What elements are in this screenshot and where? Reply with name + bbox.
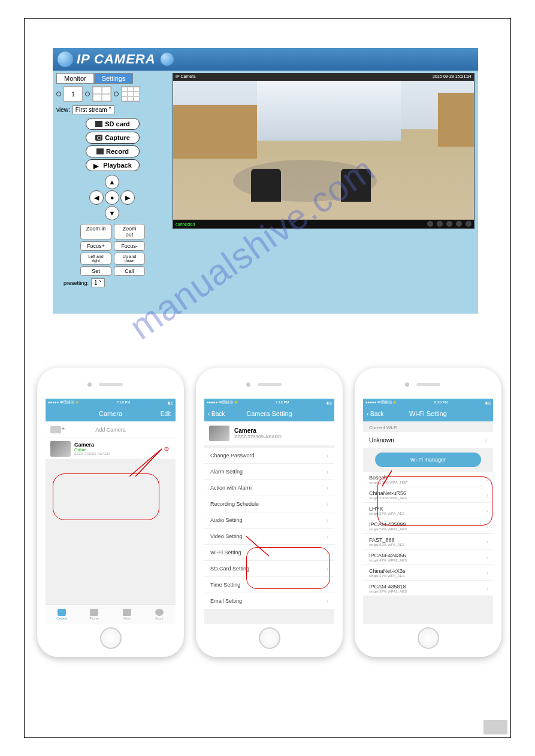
gear-icon[interactable]: ⚙ [164,445,171,453]
preset-select[interactable]: 1 ˅ [91,278,105,287]
sdcard-icon [95,121,102,127]
chevron-right-icon: › [485,437,487,444]
up-down-button[interactable]: Up and down [114,253,145,265]
phone-screen: ●●●●● 中国移动 ⚡ 7:13 PM ▮▯▯ ‹ Back Camera S… [204,399,334,624]
view-grid-4[interactable] [92,86,111,102]
chevron-right-icon: › [327,598,328,605]
status-carrier: ●●●●● 中国移动 ⚡ [365,400,397,405]
view-radio-3[interactable] [114,92,119,96]
nav-title: Wi-Fi Setting [409,410,447,417]
phone-speaker [99,383,123,386]
dpad-down[interactable]: ▼ [105,206,119,220]
video-controls-icons[interactable] [427,221,471,227]
callout-annotation [377,476,492,526]
phone-speaker [416,383,440,386]
phone-1: ●●●●● 中国移动 ⚡ 7:18 PM ▮▯▯ Camera Edit Add… [37,368,184,657]
chevron-right-icon: › [486,570,488,576]
set-button[interactable]: Set [80,266,111,276]
left-right-button[interactable]: Left and right [80,253,111,265]
status-carrier: ●●●●● 中国移动 ⚡ [207,400,238,405]
setting-recording[interactable]: Recording Schedule› [204,496,334,512]
home-button[interactable] [100,627,122,649]
status-battery: ▮▯▯ [485,400,491,405]
picture-icon [90,609,98,616]
dpad-right[interactable]: ▶ [120,190,135,205]
desktop-app: IP CAMERA Monitor Settings 1 view: First… [53,48,478,314]
back-button[interactable]: ‹ Back [367,411,383,417]
tab-camera[interactable]: Camera [46,605,78,624]
page-number-box [483,720,507,734]
view-grid-9[interactable] [121,86,140,102]
tab-settings[interactable]: Settings [94,73,134,84]
setting-change-password[interactable]: Change Password› [204,448,334,464]
sdcard-button[interactable]: SD card [86,118,140,130]
wifi-network-item[interactable]: FAST_666singal:52% WPA_AES› [363,534,493,549]
dpad-up[interactable]: ▲ [105,175,119,189]
chevron-right-icon: › [486,539,488,545]
edit-button[interactable]: Edit [161,411,171,417]
camera-plus-icon [50,426,61,433]
status-time: 8:30 PM [434,400,448,404]
focus-minus-button[interactable]: Focus- [114,241,145,251]
video-timestamp: 2015-09-29 15:21:34 [433,74,471,80]
phone-3: ●●●●● 中国移动 ⚡ 8:30 PM ▮▯▯ ‹ Back Wi-Fi Se… [355,368,501,657]
dpad-center[interactable]: ● [105,190,119,205]
wifi-network-item[interactable]: IPCAM-435818singal:37% WPA2_AES› [363,581,493,596]
globe-icon [161,53,174,66]
dpad-left[interactable]: ◀ [89,190,104,205]
video-status: connected [176,222,195,226]
camera-icon [58,609,66,616]
phone-screen: ●●●●● 中国移动 ⚡ 7:18 PM ▮▯▯ Camera Edit Add… [46,399,176,624]
home-button[interactable] [418,627,439,649]
home-button[interactable] [259,627,280,649]
tab-monitor[interactable]: Monitor [56,73,94,84]
chevron-right-icon: › [327,501,328,508]
wifi-manager-button[interactable]: Wi-Fi manager [375,453,481,467]
phone-front-camera [87,382,92,387]
callout-annotation [53,473,159,520]
dpad: ▲ ◀ ● ▶ ▼ [89,175,136,220]
camera-icon [95,135,102,141]
video-scene [173,81,474,220]
app-title: IP CAMERA [77,51,156,67]
view-radio-2[interactable] [85,92,90,96]
nav-title: Camera [99,410,122,417]
playback-icon: ▶ [93,162,101,168]
status-battery: ▮▯▯ [327,400,332,405]
chevron-right-icon: › [327,517,328,524]
playback-button[interactable]: ▶Playback [86,159,140,171]
status-battery: ▮▯▯ [168,400,173,405]
camera-thumbnail [209,426,229,441]
back-button[interactable]: ‹ Back [208,411,225,417]
view-single[interactable]: 1 [64,86,83,102]
wifi-network-item[interactable]: ChinaNet-kX3ssingal:37% WPA_AES› [363,565,493,581]
capture-button[interactable]: Capture [86,132,140,144]
tab-picture[interactable]: Picture [78,605,110,624]
nav-title: Camera Setting [246,410,292,417]
zoom-in-button[interactable]: Zoom in [80,224,111,239]
setting-audio[interactable]: Audio Setting› [204,512,334,529]
add-camera-button[interactable]: Add Camera [46,421,176,438]
wifi-network-item[interactable]: IPCAM-424356singal:47% WPA2_AES› [363,549,493,565]
call-button[interactable]: Call [114,266,145,276]
record-button[interactable]: Record [86,145,140,157]
phone-2: ●●●●● 中国移动 ⚡ 7:13 PM ▮▯▯ ‹ Back Camera S… [196,368,343,657]
video-icon [123,609,131,616]
stream-select[interactable]: First stream ˅ [72,105,115,114]
phone-screen: ●●●●● 中国移动 ⚡ 8:30 PM ▮▯▯ ‹ Back Wi-Fi Se… [363,399,493,624]
status-time: 7:13 PM [276,400,289,404]
tab-video[interactable]: Video [111,605,143,624]
app-header: IP CAMERA [53,48,478,71]
setting-email[interactable]: Email Setting› [204,593,334,609]
zoom-out-button[interactable]: Zoom out [114,224,145,239]
focus-plus-button[interactable]: Focus+ [80,241,111,251]
setting-alarm[interactable]: Alarm Setting› [204,464,334,480]
current-wifi-row[interactable]: Unknown › [363,432,493,448]
status-time: 7:18 PM [117,400,130,404]
video-frame[interactable]: IP Camera 2015-09-29 15:21:34 connected [173,73,474,229]
chevron-right-icon: › [327,453,328,459]
setting-action-alarm[interactable]: Action with Alarm› [204,480,334,496]
camera-thumbnail [50,441,71,457]
view-radio-1[interactable] [56,92,61,96]
tab-about[interactable]: About [143,605,176,624]
